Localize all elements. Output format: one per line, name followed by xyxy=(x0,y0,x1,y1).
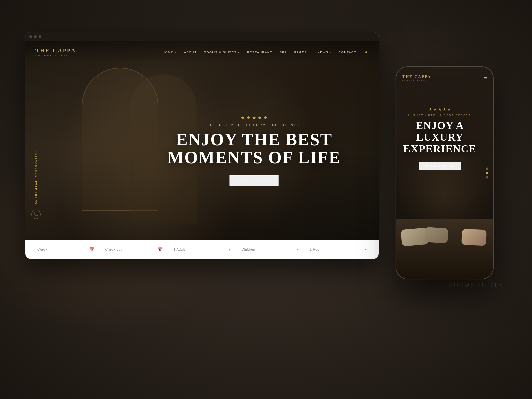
desktop-booking-bar: Check in 📅 Check out 📅 1 Adult ▾ Childre… xyxy=(25,240,379,259)
phone-icon[interactable]: 📞 xyxy=(31,210,41,219)
chevron-down-icon: ▾ xyxy=(175,51,177,54)
mobile-content: THE CAPPA LUXURY HOTEL ≡ ★ ★ ★ ★ ★ LUXUR… xyxy=(396,67,493,279)
desktop-logo-sub: LUXURY HOTEL xyxy=(35,54,76,57)
pillow-3 xyxy=(461,229,487,246)
desktop-hero-subtitle: THE ULTIMATE LUXURY EXPERIENCE xyxy=(167,123,341,126)
desktop-nav: THE CAPPA LUXURY HOTEL HOME ▾ ABOUT ROOM… xyxy=(25,41,379,63)
mobile-logo-main: THE CAPPA xyxy=(402,74,431,79)
star-2: ★ xyxy=(246,115,251,120)
hotel-website: THE CAPPA LUXURY HOTEL HOME ▾ ABOUT ROOM… xyxy=(25,41,379,259)
rooms-label: 1 Room xyxy=(310,248,322,251)
phone-number: 855 100 4444 xyxy=(34,180,38,206)
nav-link-news[interactable]: NEWS ▾ xyxy=(317,51,332,54)
adults-chevron-icon: ▾ xyxy=(229,248,230,251)
rooms-chevron-icon: ▾ xyxy=(365,248,367,251)
nav-link-spa[interactable]: SPA xyxy=(280,51,287,54)
nav-link-about[interactable]: ABOUT xyxy=(184,51,197,54)
star-5: ★ xyxy=(263,115,268,120)
desktop-logo-main: THE CAPPA xyxy=(35,47,76,54)
mobile-mockup: THE CAPPA LUXURY HOTEL ≡ ★ ★ ★ ★ ★ LUXUR… xyxy=(396,66,494,279)
side-reservation: RESERVATION 855 100 4444 📞 xyxy=(31,150,41,219)
nav-link-home[interactable]: HOME ▾ xyxy=(163,51,177,54)
rooms-suites-bg-text-container: ROOms SUItes xyxy=(449,281,504,289)
bed-shape xyxy=(396,219,493,279)
slide-dot-3[interactable] xyxy=(486,176,488,179)
hero-title-line2: MOMENTS OF LIFE xyxy=(167,148,341,167)
rooms-field[interactable]: 1 Room ▾ xyxy=(304,240,372,259)
pillow-2 xyxy=(424,227,448,243)
desktop-mockup: THE CAPPA LUXURY HOTEL HOME ▾ ABOUT ROOM… xyxy=(25,32,379,259)
adults-field[interactable]: 1 Adult ▾ xyxy=(168,240,236,259)
mobile-star-4: ★ xyxy=(443,107,446,112)
hamburger-icon[interactable]: ≡ xyxy=(484,75,487,81)
mobile-star-3: ★ xyxy=(438,107,442,112)
reservation-label: RESERVATION xyxy=(35,150,37,177)
mobile-cta-button[interactable]: ROOMS & SUITES xyxy=(419,162,461,170)
star-1: ★ xyxy=(241,115,245,120)
mobile-star-1: ★ xyxy=(429,107,432,112)
mobile-hero-title: ENJOY A LUXURY EXPERIENCE xyxy=(402,120,477,155)
slide-dot-2[interactable] xyxy=(486,172,488,174)
mobile-title-line3: EXPERIENCE xyxy=(403,143,476,155)
calendar-icon-2: 📅 xyxy=(157,247,163,252)
children-label: Children xyxy=(241,248,255,251)
chevron-down-icon: ▾ xyxy=(238,51,240,54)
browser-chrome xyxy=(25,32,379,41)
desktop-hero-title: ENJOY THE BEST MOMENTS OF LIFE xyxy=(167,130,341,167)
chevron-down-icon: ▾ xyxy=(308,51,310,54)
nav-link-pages[interactable]: PAGES ▾ xyxy=(294,51,310,54)
desktop-nav-links: HOME ▾ ABOUT ROOMS & SUITES ▾ RESTAURANT… xyxy=(163,51,369,54)
star-4: ★ xyxy=(258,115,262,120)
slide-dot-1[interactable] xyxy=(486,168,488,170)
mobile-slide-dots xyxy=(486,168,488,179)
mobile-title-line1: ENJOY A xyxy=(416,119,464,131)
desktop-stars: ★ ★ ★ ★ ★ xyxy=(167,115,341,120)
mobile-stars: ★ ★ ★ ★ ★ xyxy=(402,107,477,112)
mobile-star-5: ★ xyxy=(447,107,451,112)
mobile-hero-content: ★ ★ ★ ★ ★ LUXURY HOTEL & BEST RESORT ENJ… xyxy=(396,107,483,170)
mobile-logo-sub: LUXURY HOTEL xyxy=(402,79,431,81)
browser-dot-2 xyxy=(34,35,37,38)
adults-label: 1 Adult xyxy=(174,248,185,251)
mobile-logo: THE CAPPA LUXURY HOTEL xyxy=(402,74,431,81)
nav-link-restaurant[interactable]: RESTAURANT xyxy=(247,51,272,54)
children-chevron-icon: ▾ xyxy=(297,248,299,251)
checkout-field[interactable]: Check out 📅 xyxy=(100,240,168,259)
children-field[interactable]: Children ▾ xyxy=(236,240,304,259)
browser-dot-3 xyxy=(39,35,41,38)
mobile-bedroom-image xyxy=(396,205,493,279)
nav-dot-icon xyxy=(365,51,367,53)
chevron-down-icon: ▾ xyxy=(330,51,332,54)
desktop-cta-button[interactable]: ROOMS & SUITES xyxy=(230,175,279,186)
desktop-logo: THE CAPPA LUXURY HOTEL xyxy=(35,47,76,57)
mobile-hero-subtitle: LUXURY HOTEL & BEST RESORT xyxy=(402,114,477,116)
mobile-title-line2: LUXURY xyxy=(416,131,464,143)
mobile-star-2: ★ xyxy=(433,107,437,112)
browser-dot-1 xyxy=(29,35,32,38)
desktop-hero-content: ★ ★ ★ ★ ★ THE ULTIMATE LUXURY EXPERIENCE… xyxy=(167,115,341,185)
checkin-field[interactable]: Check in 📅 xyxy=(32,240,100,259)
nav-link-rooms[interactable]: ROOMS & SUITES ▾ xyxy=(204,51,240,54)
mobile-notch xyxy=(428,67,462,75)
rooms-suites-bg-label: ROOms SUItes xyxy=(449,281,504,289)
calendar-icon: 📅 xyxy=(89,247,94,252)
hero-title-line1: ENJOY THE BEST xyxy=(176,130,332,149)
nav-link-contact[interactable]: CONTACT xyxy=(339,51,356,54)
checkout-label: Check out xyxy=(105,248,122,251)
star-3: ★ xyxy=(252,115,256,120)
checkin-label: Check in xyxy=(37,248,52,251)
